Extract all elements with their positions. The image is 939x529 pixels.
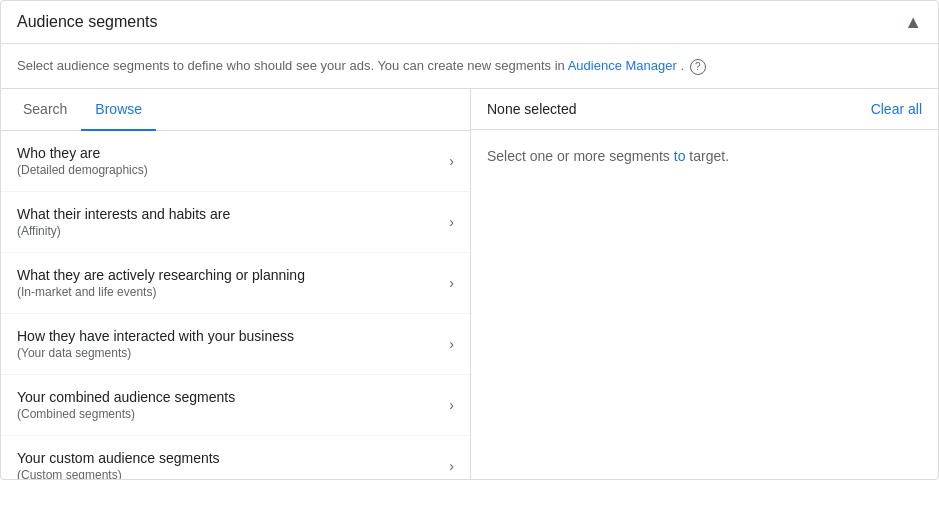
chevron-icon: ›: [449, 275, 454, 291]
category-title: What their interests and habits are: [17, 206, 230, 222]
category-title: What they are actively researching or pl…: [17, 267, 305, 283]
chevron-icon: ›: [449, 397, 454, 413]
chevron-icon: ›: [449, 336, 454, 352]
left-panel: Search Browse Who they are (Detailed dem…: [1, 89, 471, 479]
category-subtitle: (Combined segments): [17, 407, 235, 421]
hint-text-after: target.: [685, 148, 729, 164]
category-text: What their interests and habits are (Aff…: [17, 206, 230, 238]
category-title: Your combined audience segments: [17, 389, 235, 405]
right-panel: None selected Clear all Select one or mo…: [471, 89, 938, 479]
category-item[interactable]: Your custom audience segments (Custom se…: [1, 436, 470, 479]
category-text: Who they are (Detailed demographics): [17, 145, 148, 177]
category-item[interactable]: Your combined audience segments (Combine…: [1, 375, 470, 436]
tabs-row: Search Browse: [1, 89, 470, 131]
audience-segments-panel: Audience segments ▲ Select audience segm…: [0, 0, 939, 480]
hint-to-link: to: [674, 148, 686, 164]
chevron-icon: ›: [449, 214, 454, 230]
category-subtitle: (Detailed demographics): [17, 163, 148, 177]
category-text: Your combined audience segments (Combine…: [17, 389, 235, 421]
category-title: Who they are: [17, 145, 148, 161]
category-title: How they have interacted with your busin…: [17, 328, 294, 344]
clear-all-button[interactable]: Clear all: [871, 101, 922, 117]
category-subtitle: (Affinity): [17, 224, 230, 238]
description-text-before: Select audience segments to define who s…: [17, 58, 568, 73]
none-selected-label: None selected: [487, 101, 577, 117]
tab-search[interactable]: Search: [9, 89, 81, 131]
chevron-icon: ›: [449, 153, 454, 169]
category-subtitle: (In-market and life events): [17, 285, 305, 299]
category-item[interactable]: Who they are (Detailed demographics) ›: [1, 131, 470, 192]
description-row: Select audience segments to define who s…: [1, 44, 938, 89]
category-item[interactable]: How they have interacted with your busin…: [1, 314, 470, 375]
category-subtitle: (Custom segments): [17, 468, 220, 479]
category-text: Your custom audience segments (Custom se…: [17, 450, 220, 479]
category-item[interactable]: What their interests and habits are (Aff…: [1, 192, 470, 253]
hint-text-before: Select one or more segments: [487, 148, 674, 164]
category-item[interactable]: What they are actively researching or pl…: [1, 253, 470, 314]
tab-browse[interactable]: Browse: [81, 89, 156, 131]
category-subtitle: (Your data segments): [17, 346, 294, 360]
content-area: Search Browse Who they are (Detailed dem…: [1, 89, 938, 479]
panel-header: Audience segments ▲: [1, 1, 938, 44]
category-text: How they have interacted with your busin…: [17, 328, 294, 360]
help-icon[interactable]: ?: [690, 59, 706, 75]
collapse-icon[interactable]: ▲: [904, 13, 922, 31]
description-text-after: .: [680, 58, 684, 73]
right-content: Select one or more segments to target.: [471, 130, 938, 479]
right-header: None selected Clear all: [471, 89, 938, 130]
chevron-icon: ›: [449, 458, 454, 474]
panel-title: Audience segments: [17, 13, 158, 31]
categories-list: Who they are (Detailed demographics) › W…: [1, 131, 470, 479]
category-text: What they are actively researching or pl…: [17, 267, 305, 299]
select-hint: Select one or more segments to target.: [487, 146, 729, 167]
category-title: Your custom audience segments: [17, 450, 220, 466]
audience-manager-link[interactable]: Audience Manager: [568, 58, 677, 73]
